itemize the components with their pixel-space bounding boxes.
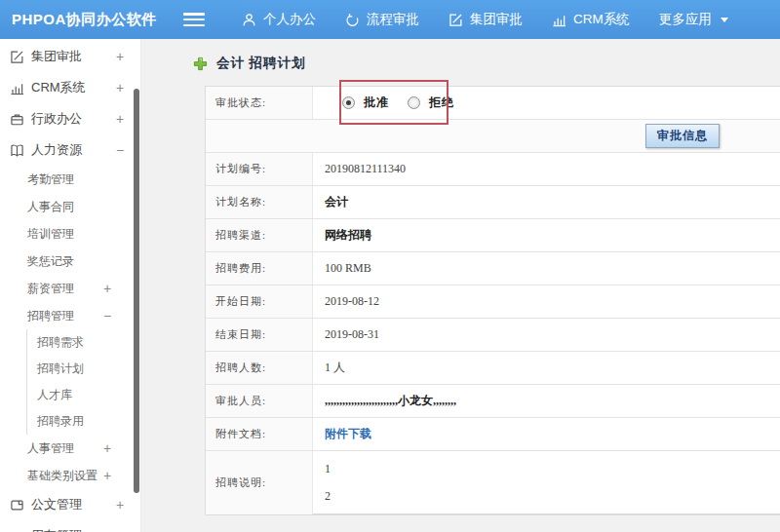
- expand-icon[interactable]: +: [103, 440, 111, 456]
- page-title: 会计 招聘计划: [216, 55, 305, 72]
- caret-down-icon: [721, 18, 728, 22]
- field-label: 计划编号:: [206, 153, 313, 185]
- sidebar-item-personnel-contract[interactable]: 人事合同: [0, 193, 140, 220]
- sidebar-item-label: CRM系统: [31, 79, 86, 96]
- sidebar-item-group-approval[interactable]: 集团审批 +: [0, 41, 140, 72]
- sidebar-item-crm-system[interactable]: CRM系统 +: [0, 72, 140, 103]
- sidebar-item-admin-office[interactable]: 行政办公 +: [0, 103, 140, 134]
- chart-icon: [10, 81, 24, 95]
- field-label: 招聘渠道:: [206, 219, 313, 251]
- sidebar-item-label: 人事合同: [27, 199, 74, 215]
- sidebar-item-recruitment-plan[interactable]: 招聘计划: [27, 356, 140, 382]
- nav-workflow-approval[interactable]: 流程审批: [345, 11, 419, 28]
- field-value: 网络招聘: [313, 219, 780, 251]
- sidebar-item-document-management[interactable]: 公文管理 +: [0, 489, 140, 520]
- sidebar-item-human-resources[interactable]: 人力资源 −: [0, 134, 140, 166]
- sidebar-item-label: 招聘计划: [37, 361, 84, 377]
- radio-reject[interactable]: [408, 96, 420, 109]
- sidebar-item-label: 考勤管理: [27, 171, 74, 188]
- edit-icon: [10, 50, 24, 64]
- attachment-download-link[interactable]: 附件下载: [325, 426, 371, 442]
- breadcrumb: 会计 招聘计划: [141, 39, 780, 72]
- recruitment-submenu: 招聘需求 招聘计划 人才库 招聘录用: [26, 329, 140, 435]
- sidebar-item-label: 用车管理: [31, 527, 82, 532]
- expand-icon[interactable]: +: [116, 528, 124, 532]
- edit-icon: [448, 13, 463, 27]
- sidebar-scrollbar[interactable]: [134, 89, 139, 493]
- field-value: 20190812111340: [313, 153, 780, 185]
- sidebar-item-label: 薪资管理: [27, 281, 74, 297]
- nav-label: 个人办公: [263, 11, 316, 28]
- row-start-date: 开始日期: 2019-08-12: [206, 285, 780, 319]
- top-header: PHPOA协同办公软件 个人办公 流程审批 集团审批 CRM系统 更多应用: [0, 0, 780, 39]
- nav-label: 流程审批: [367, 11, 419, 28]
- collapse-icon[interactable]: −: [116, 142, 124, 158]
- row-end-date: 结束日期: 2019-08-31: [206, 319, 780, 352]
- sidebar-item-vehicle-management[interactable]: 用车管理 +: [0, 520, 140, 532]
- expand-icon[interactable]: +: [103, 281, 111, 296]
- sidebar-item-basic-category-settings[interactable]: 基础类别设置 +: [0, 462, 140, 489]
- description-line: 2: [325, 489, 331, 504]
- sidebar-item-attendance-management[interactable]: 考勤管理: [0, 166, 140, 193]
- sidebar-item-salary-management[interactable]: 薪资管理 +: [0, 275, 140, 302]
- sidebar-item-talent-pool[interactable]: 人才库: [27, 382, 140, 408]
- chart-icon: [552, 13, 566, 27]
- row-recruitment-cost: 招聘费用: 100 RMB: [206, 252, 780, 285]
- recruitment-plan-form: 审批状态: 批准 拒绝 审批信息 计划编号: 20190812111340 计划…: [205, 86, 780, 514]
- sidebar-item-recruitment-hiring[interactable]: 招聘录用: [27, 408, 140, 435]
- sidebar-item-label: 人力资源: [31, 141, 82, 159]
- book-icon: [10, 143, 24, 158]
- sidebar: 集团审批 + CRM系统 + 行政办公 + 人力资源 − 考勤管理 人事合同 培…: [0, 39, 141, 532]
- sidebar-item-reward-punishment-records[interactable]: 奖惩记录: [0, 247, 140, 275]
- user-icon: [242, 13, 256, 27]
- nav-label: 更多应用: [659, 11, 712, 28]
- top-navigation: 个人办公 流程审批 集团审批 CRM系统 更多应用: [242, 11, 728, 28]
- collapse-icon[interactable]: −: [103, 308, 111, 323]
- sidebar-item-personnel-management[interactable]: 人事管理 +: [0, 435, 140, 462]
- sidebar-item-label: 集团审批: [31, 48, 82, 65]
- row-plan-name: 计划名称: 会计: [206, 186, 780, 219]
- expand-icon[interactable]: +: [116, 49, 124, 64]
- sidebar-item-label: 招聘录用: [37, 413, 84, 430]
- row-approvers: 审批人员: ,,,,,,,,,,,,,,,,,,,,,,,,,小龙女,,,,,,…: [206, 385, 780, 418]
- radio-approve[interactable]: [342, 96, 355, 109]
- field-value: 100 RMB: [313, 252, 780, 285]
- radio-reject-label[interactable]: 拒绝: [429, 95, 454, 111]
- sidebar-item-label: 招聘管理: [27, 308, 74, 324]
- nav-crm-system[interactable]: CRM系统: [552, 11, 630, 28]
- field-label: 附件文档:: [206, 418, 313, 450]
- expand-icon[interactable]: +: [116, 497, 124, 513]
- field-label: 招聘人数:: [206, 352, 313, 384]
- document-icon: [10, 498, 24, 513]
- field-label: 招聘费用:: [206, 252, 313, 285]
- expand-icon[interactable]: +: [103, 468, 111, 483]
- row-recruitment-headcount: 招聘人数: 1 人: [206, 352, 780, 385]
- sidebar-item-recruitment-demand[interactable]: 招聘需求: [27, 329, 140, 356]
- plus-icon: [193, 57, 208, 71]
- sidebar-item-label: 行政办公: [31, 110, 82, 128]
- sidebar-item-label: 基础类别设置: [27, 468, 98, 484]
- field-value: 1 2: [313, 451, 780, 514]
- row-plan-number: 计划编号: 20190812111340: [206, 153, 780, 186]
- nav-label: 集团审批: [470, 11, 523, 28]
- expand-icon[interactable]: +: [116, 111, 124, 127]
- field-value: 1 人: [313, 352, 780, 384]
- approval-status-options: 批准 拒绝: [313, 87, 780, 119]
- briefcase-icon: [10, 112, 24, 127]
- nav-personal-office[interactable]: 个人办公: [242, 11, 316, 28]
- sidebar-item-recruitment-management[interactable]: 招聘管理 −: [0, 302, 140, 329]
- description-line: 1: [325, 462, 331, 476]
- flow-icon: [345, 13, 360, 27]
- approve-info-button[interactable]: 审批信息: [645, 124, 720, 148]
- sidebar-item-label: 招聘需求: [37, 334, 84, 351]
- sidebar-item-label: 人事管理: [27, 440, 74, 457]
- radio-approve-label[interactable]: 批准: [364, 95, 389, 111]
- sidebar-item-label: 奖惩记录: [27, 253, 74, 270]
- row-approval-status: 审批状态: 批准 拒绝: [206, 87, 780, 120]
- nav-group-approval[interactable]: 集团审批: [448, 11, 523, 28]
- sidebar-item-training-management[interactable]: 培训管理: [0, 220, 140, 247]
- nav-more-apps[interactable]: 更多应用: [659, 11, 728, 28]
- field-label: 开始日期:: [206, 285, 313, 318]
- expand-icon[interactable]: +: [116, 80, 124, 95]
- menu-toggle-icon[interactable]: [183, 13, 205, 26]
